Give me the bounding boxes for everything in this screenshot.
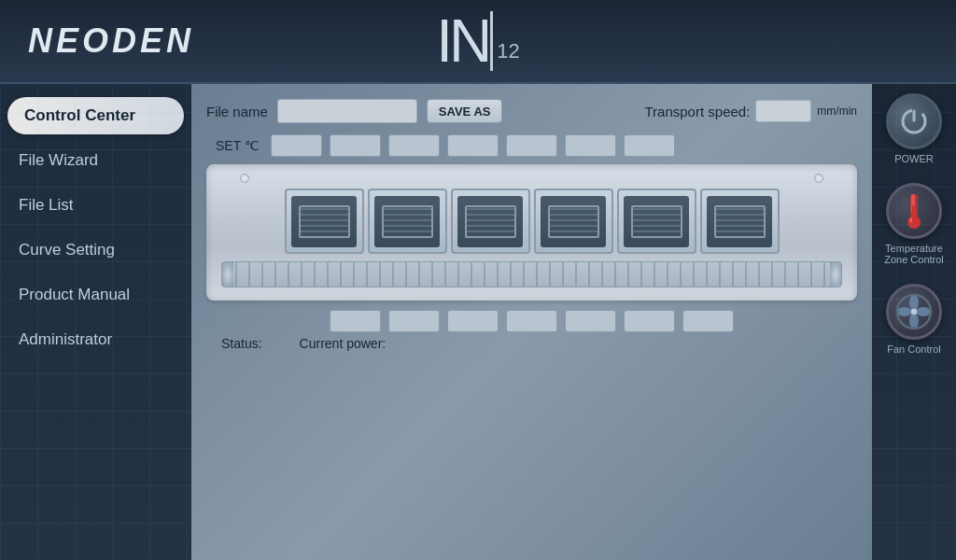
temp-box-3[interactable] [388, 134, 440, 157]
transport-speed-container: Transport speed: mm/min [644, 100, 857, 122]
oven-dot-left [240, 174, 249, 183]
zone-inner-4 [541, 196, 606, 247]
power-button-container[interactable]: POWER [886, 93, 942, 164]
zone-coil-2 [382, 205, 433, 238]
svg-point-9 [916, 307, 931, 316]
right-panel: POWER Temperature Zone Control [872, 84, 956, 560]
zone-module-1 [285, 189, 364, 254]
zone-coil-5 [631, 205, 682, 238]
conveyor-belt [221, 261, 842, 287]
bottom-temp-box-5[interactable] [565, 310, 616, 332]
speed-unit: mm/min [817, 105, 857, 118]
zone-module-4 [534, 189, 613, 254]
zone-module-3 [451, 189, 530, 254]
header: NEODEN IN 12 [0, 0, 956, 84]
status-bar: Status: Current power: [206, 332, 857, 355]
save-as-button[interactable]: SAVE AS [427, 99, 503, 123]
file-name-input[interactable] [277, 99, 417, 123]
svg-point-11 [897, 307, 912, 316]
content-area: File name SAVE AS Transport speed: mm/mi… [191, 84, 872, 560]
sidebar-item-file-list[interactable]: File List [0, 183, 191, 228]
temp-box-1[interactable] [271, 134, 322, 157]
svg-rect-6 [912, 205, 916, 222]
zone-coil-3 [465, 205, 516, 238]
conveyor-belt-surface [222, 262, 841, 287]
sidebar-item-curve-setting[interactable]: Curve Setting [0, 228, 191, 273]
zone-module-2 [368, 189, 447, 254]
fan-icon [895, 293, 933, 330]
file-name-label: File name [206, 104, 268, 119]
bottom-temp-box-1[interactable] [330, 310, 381, 332]
temp-zone-button-container[interactable]: Temperature Zone Control [884, 183, 944, 265]
bottom-temp-box-4[interactable] [506, 310, 557, 332]
bottom-temp-row [206, 310, 857, 332]
temp-box-4[interactable] [447, 134, 499, 157]
sidebar-item-product-manual[interactable]: Product Manual [0, 273, 191, 317]
fan-control-button-container[interactable]: Fan Control [886, 284, 942, 355]
status-label: Status: [221, 336, 262, 351]
oven-dot-right [814, 174, 823, 183]
power-button-circle[interactable] [886, 93, 942, 149]
bottom-temp-box-2[interactable] [388, 310, 440, 332]
bottom-temp-box-7[interactable] [682, 310, 734, 332]
zone-module-6 [700, 189, 780, 254]
main-layout: Control Center File Wizard File List Cur… [0, 84, 956, 560]
temp-zone-label: Temperature Zone Control [884, 243, 944, 265]
zone-coil-6 [714, 205, 766, 238]
zone-module-5 [617, 189, 696, 254]
zone-coil-1 [299, 205, 350, 238]
sidebar: Control Center File Wizard File List Cur… [0, 84, 191, 560]
transport-speed-label: Transport speed: [644, 104, 750, 119]
zone-inner-6 [707, 196, 772, 247]
bottom-temp-box-3[interactable] [447, 310, 499, 332]
zone-inner-1 [291, 196, 357, 247]
model-number: 12 [497, 39, 519, 63]
conveyor-left-end [222, 262, 233, 287]
power-label: POWER [894, 153, 934, 164]
temp-box-5[interactable] [506, 134, 557, 157]
model-logo: IN 12 [436, 11, 519, 71]
sidebar-item-administrator[interactable]: Administrator [0, 317, 191, 362]
zone-inner-2 [374, 196, 440, 247]
current-power-label: Current power: [300, 336, 387, 351]
zone-coil-4 [548, 205, 599, 238]
heating-zones [221, 189, 842, 254]
sidebar-item-file-wizard[interactable]: File Wizard [0, 138, 191, 183]
fan-control-label: Fan Control [887, 343, 940, 355]
zone-inner-3 [457, 196, 523, 247]
temp-box-7[interactable] [624, 134, 675, 157]
svg-point-13 [911, 309, 917, 315]
transport-speed-input[interactable] [755, 100, 811, 122]
temperature-set-row: SET ℃ [206, 134, 857, 157]
svg-point-8 [909, 295, 919, 310]
oven-body [206, 164, 857, 301]
thermometer-icon [897, 190, 931, 231]
brand-logo: NEODEN [28, 21, 194, 61]
conveyor-right-end [830, 262, 841, 287]
power-icon [898, 105, 930, 137]
zone-inner-5 [624, 196, 689, 247]
fan-button-circle[interactable] [886, 284, 942, 340]
oven-top-indicators [221, 174, 842, 183]
bottom-temp-box-6[interactable] [624, 310, 675, 332]
temp-zone-button-circle[interactable] [886, 183, 942, 239]
file-controls-row: File name SAVE AS Transport speed: mm/mi… [206, 99, 857, 123]
temp-box-6[interactable] [565, 134, 616, 157]
svg-point-10 [909, 314, 919, 329]
sidebar-item-control-center[interactable]: Control Center [7, 97, 184, 134]
model-in: IN [436, 11, 493, 71]
temp-box-2[interactable] [330, 134, 381, 157]
set-temp-label: SET ℃ [216, 138, 260, 153]
